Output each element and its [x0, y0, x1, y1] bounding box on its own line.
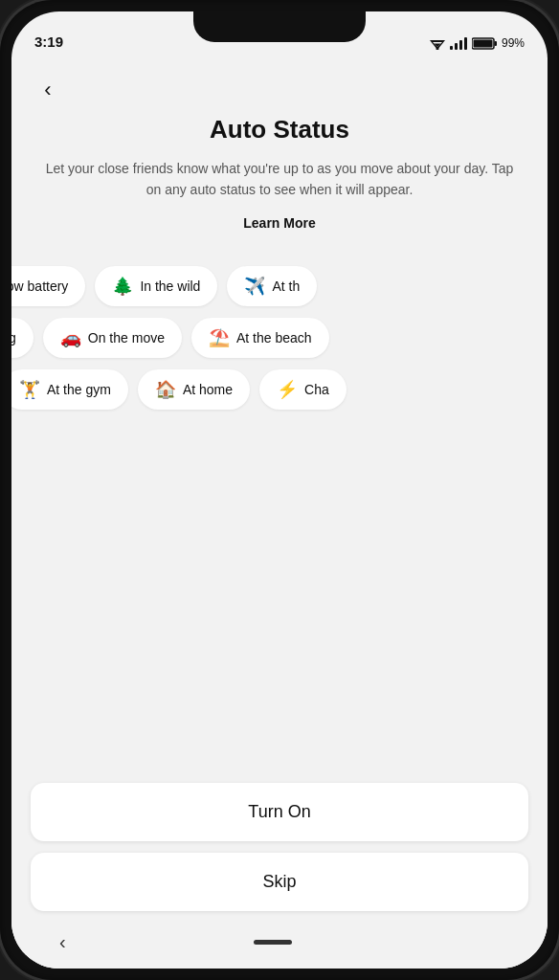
bottom-section: Turn On Skip — [11, 783, 548, 911]
chip-in-the-wild[interactable]: 🌲 In the wild — [95, 266, 217, 306]
gym-emoji: 🏋️ — [19, 379, 40, 400]
turn-on-button[interactable]: Turn On — [31, 783, 528, 841]
chip-at-the-gym[interactable]: 🏋️ At the gym — [11, 369, 128, 410]
home-emoji: 🏠 — [155, 379, 176, 400]
chips-section: 🔋 Low battery 🌲 In the wild ✈️ At th — [11, 251, 548, 425]
battery-icon — [472, 37, 497, 50]
chip-at-the-airport-label: At th — [272, 278, 300, 294]
nav-back-button[interactable]: ‹ — [59, 931, 66, 953]
chip-at-home[interactable]: 🏠 At home — [138, 369, 250, 410]
chip-low-battery[interactable]: 🔋 Low battery — [11, 266, 85, 306]
learn-more-link[interactable]: Learn More — [243, 215, 315, 231]
page-title: Auto Status — [40, 115, 519, 145]
chip-partial-left[interactable]: 🏋️ g — [11, 318, 34, 358]
nav-home-indicator[interactable] — [254, 940, 292, 945]
chip-charging[interactable]: ⚡ Cha — [259, 369, 347, 410]
chip-charging-label: Cha — [304, 382, 329, 397]
signal-icon — [450, 37, 467, 50]
back-button[interactable]: ‹ — [31, 73, 65, 107]
svg-rect-5 — [494, 41, 497, 46]
chip-at-the-beach-label: At the beach — [236, 330, 312, 345]
chip-partial-label: g — [11, 330, 16, 345]
chips-row-3: 🏋️ At the gym 🏠 At home ⚡ Cha — [11, 364, 548, 415]
chip-at-the-airport[interactable]: ✈️ At th — [227, 266, 317, 306]
chips-row-2: 🏋️ g 🚗 On the move ⛱️ At the beach — [11, 312, 548, 364]
phone-screen: 3:19 — [11, 11, 548, 969]
car-emoji: 🚗 — [60, 327, 81, 348]
chips-row-1: 🔋 Low battery 🌲 In the wild ✈️ At th — [11, 260, 548, 312]
wifi-icon — [430, 37, 445, 50]
screen-content: ‹ Auto Status Let your close friends kno… — [11, 57, 548, 969]
page-subtitle: Let your close friends know what you're … — [40, 158, 519, 201]
airplane-emoji: ✈️ — [244, 276, 265, 297]
beach-emoji: ⛱️ — [209, 327, 230, 348]
chip-low-battery-label: Low battery — [11, 278, 68, 294]
status-icons: 99% — [430, 36, 525, 50]
charging-emoji: ⚡ — [277, 379, 298, 400]
back-arrow-icon: ‹ — [44, 78, 51, 102]
chip-on-the-move-label: On the move — [88, 330, 165, 345]
chip-at-home-label: At home — [183, 382, 233, 397]
chip-in-the-wild-label: In the wild — [140, 278, 200, 294]
header-section: Auto Status Let your close friends know … — [11, 57, 548, 251]
wild-emoji: 🌲 — [112, 276, 133, 297]
svg-rect-6 — [473, 39, 492, 47]
chip-at-the-gym-label: At the gym — [47, 382, 111, 397]
battery-percent: 99% — [502, 36, 525, 50]
notch — [193, 11, 366, 42]
status-time: 3:19 — [34, 33, 63, 50]
chip-on-the-move[interactable]: 🚗 On the move — [43, 318, 182, 358]
phone-frame: 3:19 — [0, 0, 559, 980]
bottom-nav: ‹ — [11, 916, 548, 969]
skip-button[interactable]: Skip — [31, 853, 528, 911]
chip-at-the-beach[interactable]: ⛱️ At the beach — [191, 318, 329, 358]
